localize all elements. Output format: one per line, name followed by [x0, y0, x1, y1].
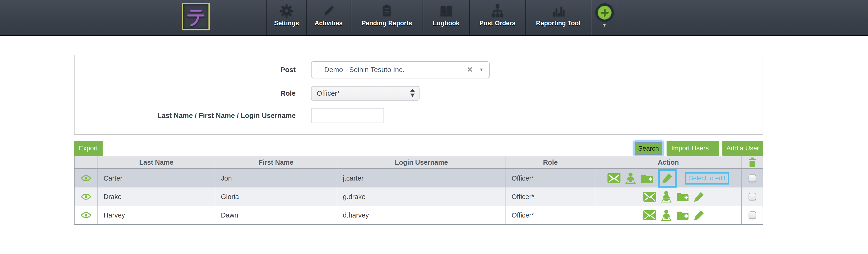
user-acknowledge-icon[interactable] [625, 172, 636, 184]
cell-login-username: g.drake [337, 188, 505, 206]
user-acknowledge-icon[interactable] [661, 209, 672, 221]
add-folder-icon[interactable] [676, 210, 689, 220]
nav-item-pending-reports[interactable]: Pending Reports [350, 0, 423, 35]
users-table: Last Name First Name Login Username Role… [74, 156, 763, 225]
view-user-icon[interactable] [81, 175, 91, 182]
view-user-icon[interactable] [81, 193, 91, 200]
top-navbar: Settings Activities [0, 0, 868, 36]
cell-first-name: Jon [215, 169, 337, 188]
screen: Settings Activities [0, 0, 868, 254]
nav-item-activities[interactable]: Activities [306, 0, 350, 35]
email-icon[interactable] [643, 210, 656, 220]
edit-pencil-icon[interactable] [694, 210, 704, 221]
nav-label: Pending Reports [362, 20, 412, 27]
email-icon[interactable] [608, 173, 620, 183]
row-select-checkbox[interactable] [749, 211, 756, 219]
post-select[interactable]: -- Demo - Seihin Tesuto Inc. ✕ ▼ [311, 61, 490, 78]
nav-item-settings[interactable]: Settings [267, 0, 306, 35]
table-row: Harvey Dawn d.harvey Officer* [74, 206, 763, 224]
app-logo[interactable] [182, 3, 210, 30]
nav-add-menu-button[interactable]: ▼ [591, 0, 618, 35]
clear-icon[interactable]: ✕ [467, 65, 473, 74]
cell-first-name: Dawn [215, 206, 337, 224]
nav-label: Reporting Tool [536, 20, 581, 27]
header-action: Action [595, 156, 741, 168]
cell-login-username: j.carter [337, 169, 505, 188]
edit-pencil-icon[interactable] [662, 173, 673, 184]
cell-last-name: Carter [97, 169, 215, 188]
post-label: Post [74, 66, 296, 74]
chevron-down-icon: ▼ [479, 67, 484, 72]
clipboard-icon [380, 3, 393, 18]
cell-role: Officer* [505, 169, 595, 188]
role-select-value: Officer* [312, 89, 340, 97]
annotation-highlight-box [658, 169, 677, 188]
header-first-name: First Name [215, 156, 337, 168]
search-button[interactable]: Search [635, 142, 662, 155]
post-select-value: -- Demo - Seihin Tesuto Inc. [312, 66, 404, 74]
cell-last-name: Drake [97, 188, 215, 206]
select-spinner-icon [410, 89, 415, 97]
import-users-button[interactable]: Import Users... [666, 141, 719, 156]
search-filter-panel: Post -- Demo - Seihin Tesuto Inc. ✕ ▼ Ro… [74, 55, 763, 135]
row-select-checkbox[interactable] [749, 174, 756, 182]
pencil-icon [322, 3, 335, 18]
logo-te-glyph [185, 5, 207, 28]
add-folder-icon[interactable] [676, 192, 689, 202]
nav-item-post-orders[interactable]: Post Orders [469, 0, 525, 35]
nav-label: Activities [315, 20, 343, 27]
name-search-input[interactable] [311, 108, 384, 123]
nav-label: Post Orders [479, 20, 516, 27]
trash-icon [748, 157, 756, 167]
user-acknowledge-icon[interactable] [661, 191, 672, 202]
book-icon [439, 3, 454, 18]
row-select-checkbox[interactable] [749, 193, 756, 200]
header-role: Role [505, 156, 595, 168]
view-user-icon[interactable] [81, 212, 91, 219]
cell-login-username: d.harvey [337, 206, 505, 224]
header-last-name: Last Name [97, 156, 215, 168]
export-button[interactable]: Export [74, 141, 102, 156]
header-delete-column[interactable] [741, 156, 763, 168]
chevron-down-icon: ▼ [602, 23, 607, 28]
cell-first-name: Gloria [215, 188, 337, 206]
nav-item-reporting-tool[interactable]: Reporting Tool [525, 0, 591, 35]
name-search-label: Last Name / First Name / Login Username [74, 112, 296, 119]
nav-label: Settings [274, 20, 299, 27]
add-user-button[interactable]: Add a User [722, 141, 763, 156]
bar-chart-icon [552, 3, 565, 18]
role-select[interactable]: Officer* [311, 86, 420, 101]
nav-menu: Settings Activities [267, 0, 618, 35]
cell-last-name: Harvey [97, 206, 215, 224]
sitemap-icon [491, 3, 504, 18]
header-login-username: Login Username [337, 156, 505, 168]
email-icon[interactable] [643, 192, 656, 202]
header-view-column [74, 156, 97, 168]
nav-label: Logbook [433, 20, 460, 27]
cell-role: Officer* [505, 188, 595, 206]
nav-item-logbook[interactable]: Logbook [423, 0, 469, 35]
plus-circle-icon [595, 3, 614, 23]
role-label: Role [74, 89, 296, 97]
table-header-row: Last Name First Name Login Username Role… [74, 156, 763, 169]
gear-icon [280, 3, 293, 18]
table-row: Carter Jon j.carter Officer* [74, 169, 763, 187]
annotation-label: Select to edit [685, 172, 729, 185]
table-row: Drake Gloria g.drake Officer* [74, 187, 763, 206]
edit-pencil-icon[interactable] [694, 191, 704, 202]
cell-role: Officer* [505, 206, 595, 224]
add-folder-icon[interactable] [641, 173, 653, 184]
